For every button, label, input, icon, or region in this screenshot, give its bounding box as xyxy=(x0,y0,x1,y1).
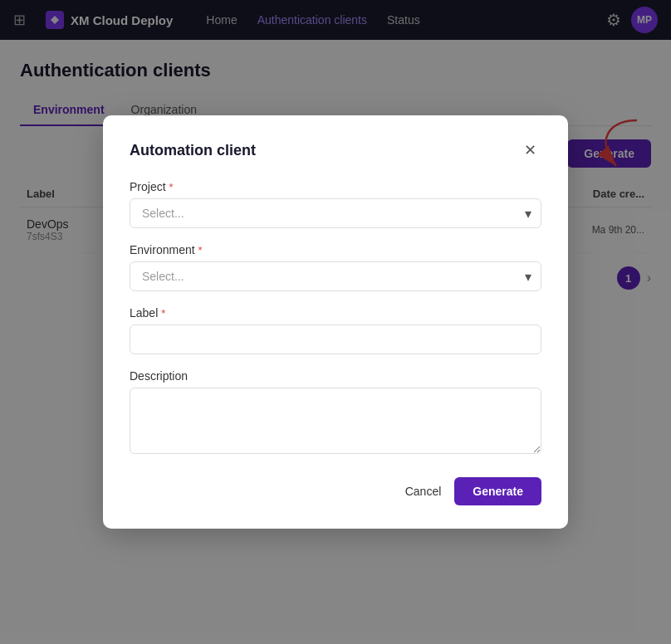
cancel-button[interactable]: Cancel xyxy=(405,485,442,498)
modal-header: Automation client ✕ xyxy=(130,139,541,162)
form-group-project: Project * Select... ▾ xyxy=(130,180,541,228)
environment-select[interactable]: Select... xyxy=(130,261,541,291)
project-required-star: * xyxy=(169,181,174,193)
description-textarea[interactable] xyxy=(130,388,541,454)
project-label: Project * xyxy=(130,180,541,193)
form-group-environment: Environment * Select... ▾ xyxy=(130,243,541,291)
environment-select-wrapper: Select... ▾ xyxy=(130,261,541,291)
environment-label: Environment * xyxy=(130,243,541,256)
modal-automation-client: Automation client ✕ Project * Select... … xyxy=(103,115,568,529)
modal-title: Automation client xyxy=(130,142,256,159)
form-group-label: Label * xyxy=(130,306,541,354)
project-select-wrapper: Select... ▾ xyxy=(130,198,541,228)
environment-required-star: * xyxy=(198,244,203,256)
form-group-description: Description xyxy=(130,369,541,457)
description-label: Description xyxy=(130,369,541,383)
label-input[interactable] xyxy=(130,324,541,354)
label-required-star: * xyxy=(161,307,165,320)
project-select[interactable]: Select... xyxy=(130,198,541,228)
modal-generate-button[interactable]: Generate xyxy=(454,477,541,505)
modal-footer: Cancel Generate xyxy=(130,477,541,505)
modal-overlay: Automation client ✕ Project * Select... … xyxy=(0,0,671,644)
label-field-label: Label * xyxy=(130,306,541,320)
modal-close-button[interactable]: ✕ xyxy=(518,139,541,162)
